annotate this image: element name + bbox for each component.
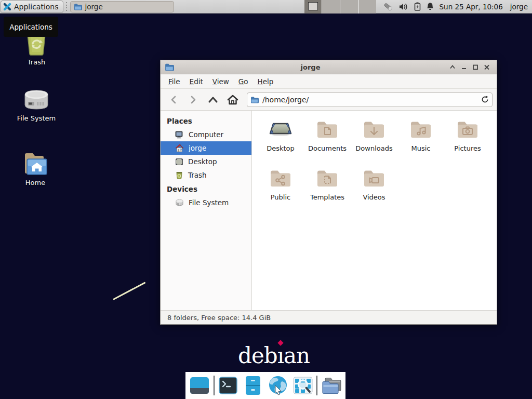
workspace-4[interactable] bbox=[358, 0, 376, 14]
music-folder-icon bbox=[408, 117, 433, 142]
file-label: Templates bbox=[310, 193, 344, 201]
file-item-music[interactable]: Music bbox=[397, 117, 444, 162]
desktop-trash-label: Trash bbox=[28, 58, 45, 66]
places-header: Places bbox=[161, 114, 251, 128]
notifications-bell-icon[interactable] bbox=[426, 2, 434, 11]
file-item-desktop[interactable]: Desktop bbox=[257, 117, 304, 162]
app-finder-icon bbox=[293, 377, 313, 394]
debian-logo: debıan bbox=[238, 343, 310, 368]
videos-folder-icon bbox=[362, 166, 387, 191]
close-button[interactable] bbox=[481, 62, 493, 72]
workspace-3[interactable] bbox=[340, 0, 358, 14]
forward-button[interactable] bbox=[184, 92, 202, 108]
file-item-downloads[interactable]: Downloads bbox=[351, 117, 397, 162]
workspace-1[interactable] bbox=[304, 0, 323, 14]
home-icon bbox=[175, 144, 184, 152]
sidebar-item-trash-label: Trash bbox=[188, 171, 207, 179]
panel-clock[interactable]: Sun 25 Apr, 10:06 bbox=[440, 3, 503, 11]
panel-separator-grip[interactable] bbox=[65, 2, 69, 11]
sidebar-item-filesystem[interactable]: File System bbox=[161, 196, 251, 209]
workspace-2[interactable] bbox=[322, 0, 340, 14]
home-button[interactable] bbox=[224, 92, 242, 108]
panel-username[interactable]: jorge bbox=[510, 3, 528, 11]
sidebar-item-computer-label: Computer bbox=[189, 130, 223, 139]
file-label: Desktop bbox=[267, 144, 295, 152]
web-browser-launcher[interactable] bbox=[267, 374, 289, 397]
input-device-icon[interactable] bbox=[382, 2, 394, 11]
window-menubar: File Edit View Go Help bbox=[161, 74, 497, 89]
file-item-pictures[interactable]: Pictures bbox=[444, 117, 491, 162]
menu-edit[interactable]: Edit bbox=[185, 75, 208, 88]
window-folder-icon bbox=[165, 63, 174, 71]
folders-icon bbox=[321, 376, 342, 395]
show-desktop-button[interactable] bbox=[189, 374, 210, 397]
menu-help[interactable]: Help bbox=[253, 75, 278, 88]
application-finder-launcher[interactable] bbox=[292, 374, 314, 397]
dock-separator bbox=[214, 376, 215, 395]
debian-logo-text-post: an bbox=[284, 343, 310, 368]
sidebar-item-desktop[interactable]: Desktop bbox=[161, 155, 251, 168]
location-bar[interactable]: /home/jorge/ bbox=[247, 92, 493, 107]
window-content: Places Computer jorge bbox=[161, 111, 497, 310]
applications-tooltip: Applications bbox=[4, 17, 58, 37]
up-button[interactable] bbox=[204, 92, 222, 108]
location-folder-icon bbox=[250, 96, 259, 103]
sidebar-item-filesystem-label: File System bbox=[189, 198, 229, 207]
sidebar-item-home-label: jorge bbox=[189, 144, 206, 152]
desktop-icon bbox=[175, 158, 183, 166]
file-item-public[interactable]: Public bbox=[257, 166, 304, 210]
desktop-filesystem-icon[interactable]: File System bbox=[8, 87, 65, 122]
top-panel: Applications jorge bbox=[0, 0, 532, 14]
terminal-launcher[interactable] bbox=[217, 374, 239, 397]
menu-file[interactable]: File bbox=[164, 75, 185, 88]
applications-icon bbox=[3, 3, 11, 11]
file-cabinet-launcher[interactable] bbox=[242, 374, 264, 397]
file-manager-launcher[interactable] bbox=[321, 374, 342, 397]
devices-header: Devices bbox=[161, 182, 251, 196]
workspace-pager bbox=[304, 0, 376, 14]
applications-menu-button[interactable]: Applications bbox=[1, 1, 63, 13]
back-button[interactable] bbox=[165, 92, 182, 108]
debian-logo-text-i: ı bbox=[277, 343, 284, 368]
debian-logo-text-pre: deb bbox=[238, 343, 277, 368]
file-item-templates[interactable]: Templates bbox=[304, 166, 351, 210]
window-titlebar[interactable]: jorge bbox=[161, 60, 497, 74]
folder-icon bbox=[74, 3, 82, 10]
window-toolbar: /home/jorge/ bbox=[161, 89, 497, 111]
battery-charging-icon[interactable] bbox=[414, 2, 421, 11]
trash-icon bbox=[175, 171, 183, 179]
hard-drive-icon bbox=[22, 87, 51, 112]
sidebar-item-computer[interactable]: Computer bbox=[161, 128, 251, 141]
documents-folder-icon bbox=[315, 117, 340, 142]
file-cabinet-icon bbox=[245, 376, 261, 395]
shade-button[interactable] bbox=[447, 62, 458, 72]
sidebar-item-trash[interactable]: Trash bbox=[161, 168, 251, 182]
desktop-filesystem-label: File System bbox=[17, 114, 56, 122]
location-input[interactable]: /home/jorge/ bbox=[262, 96, 477, 104]
file-manager-window: jorge File Edit View Go Help bbox=[160, 60, 497, 325]
drive-icon bbox=[175, 199, 184, 206]
public-folder-icon bbox=[268, 166, 293, 191]
desktop-trapezoid-icon bbox=[268, 117, 293, 142]
menu-view[interactable]: View bbox=[208, 75, 234, 88]
bottom-dock bbox=[185, 372, 345, 399]
volume-icon[interactable] bbox=[399, 3, 409, 11]
file-label: Music bbox=[411, 144, 431, 152]
file-icon-view[interactable]: Desktop Documents bbox=[252, 111, 497, 310]
file-label: Videos bbox=[363, 193, 385, 201]
desktop-home-icon[interactable]: Home bbox=[7, 151, 64, 187]
file-item-videos[interactable]: Videos bbox=[351, 166, 397, 210]
minimize-button[interactable] bbox=[458, 62, 470, 72]
file-item-documents[interactable]: Documents bbox=[304, 117, 351, 162]
show-desktop-icon bbox=[190, 377, 209, 394]
terminal-icon bbox=[219, 377, 237, 394]
reload-icon[interactable] bbox=[481, 96, 489, 103]
taskbar-window-button[interactable]: jorge bbox=[70, 1, 174, 12]
maximize-button[interactable] bbox=[470, 62, 481, 72]
home-folder-icon bbox=[21, 151, 50, 177]
places-sidebar: Places Computer jorge bbox=[161, 111, 252, 310]
globe-browser-icon bbox=[268, 375, 288, 396]
system-tray bbox=[382, 2, 434, 11]
menu-go[interactable]: Go bbox=[234, 75, 253, 88]
sidebar-item-home-jorge[interactable]: jorge bbox=[161, 141, 251, 155]
